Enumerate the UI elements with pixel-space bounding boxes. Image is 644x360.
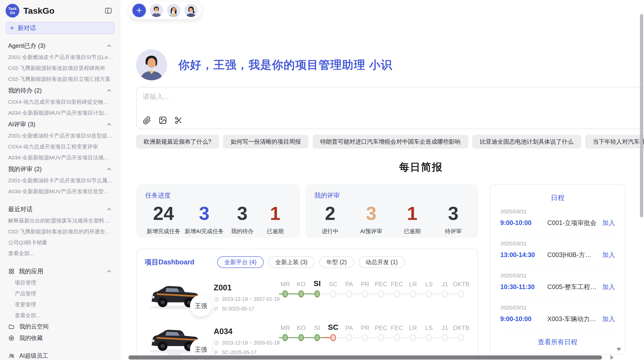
sidebar-section-header[interactable]: 我的评审 (2) [0,163,120,175]
attachment-icon[interactable] [143,116,151,125]
horizontal-scrollbar[interactable] [128,355,602,360]
project-row[interactable]: 王强A0342023-12-19 ~ 2026-01-19SC-2025-05-… [145,322,470,355]
suggestion-chip[interactable]: 当下年轻人对汽车外观有怎样的喜好趋势 [585,135,644,148]
milestone: KO [293,322,309,341]
join-meeting-link[interactable]: 加入 [602,219,615,227]
sidebar-item[interactable]: A034-全新新能源MUV产品开发项目法规符合性评审 [0,152,120,163]
milestone: SI [309,322,325,341]
join-meeting-link[interactable]: 加入 [602,315,615,323]
suggestion-chip[interactable]: 如何写一份清晰的项目周报 [223,135,309,148]
milestone-dot [346,334,352,341]
milestone-label: J1 [442,322,448,332]
join-meeting-link[interactable]: 加入 [602,283,615,291]
sidebar-item-favorites[interactable]: 我的收藏 [0,332,120,344]
dashboard-tab[interactable]: 动总开发 (1) [359,256,405,268]
recent-chat-item[interactable]: 查看全部... [0,248,120,259]
sidebar-section-header[interactable]: 我的待办 (2) [0,84,120,96]
stat-row: 2进行中3AI预评审1已逾期3待评审 [314,204,469,235]
sidebar-section-header-recent[interactable]: 最近对话 [0,203,120,215]
stat: 24新增完成任务 [147,204,180,235]
new-chat-button[interactable]: + 新对话 [6,22,115,34]
project-info: A0342023-12-19 ~ 2026-01-19SC-2025-05-17 [214,327,277,355]
recent-chat-item[interactable]: C02-飞腾新能源轻客改款项目的闭环通告反馈情况 [0,226,120,237]
image-icon[interactable] [158,116,167,125]
recent-chat-item[interactable]: 解释最新出台的欧盟报废车法规再生塑料比例被调至15%... [0,215,120,226]
briefing-header: 每日简报 [136,160,644,174]
briefing-left-column: 任务进度24新增完成任务3新增AI完成任务3我的待办1已逾期我的评审2进行中3A… [136,184,478,360]
app-item[interactable]: 项目管理 [0,277,120,288]
sidebar-item[interactable]: C0X4-动力总成开发项目SI里程碑提交物检查 [0,96,120,107]
sidebar-section-label: 我的待办 (2) [8,86,42,95]
milestone-row: MRKOSISCPAPRPECFECLRLSJ1OKTB [277,279,470,297]
sidebar-item[interactable]: A034-全新新能源MUV产品开发项目造型可行性评审 [0,186,120,197]
sidebar-section-label: 我的评审 (2) [8,165,42,173]
scissors-icon[interactable] [174,116,183,125]
vertical-scrollbar[interactable] [640,14,643,217]
milestone-dot [394,334,400,341]
milestone: PR [357,322,373,341]
milestone-date-text: SC-2025-05-17 [222,350,257,355]
milestone-label: PA [345,279,353,288]
date-range-text: 2023-12-19 ~ 2027-01-19 [222,296,280,302]
apps-grid-icon [8,268,15,275]
milestone: MR [277,322,293,341]
top-bar: 王强 [136,0,644,20]
suggestion-chip[interactable]: 比亚迪全固态电池计划具体说了什么 [472,135,581,148]
sidebar-section-header[interactable]: Agent已办 (3) [0,40,120,52]
milestone-dot [410,290,416,297]
contact-avatar-2[interactable] [167,4,180,17]
logo-line2: Go [10,11,15,15]
dashboard-tab[interactable]: 年型 (2) [319,256,354,268]
recent-chat-item[interactable]: 公司Q3轻卡销量 [0,237,120,248]
panel-collapse-icon[interactable] [103,6,113,16]
suggestion-chip[interactable]: 欧洲新规最近颁布了什么? [136,135,219,148]
sidebar-item[interactable]: C0X4-动力总成开发项目工程变更评审 [0,141,120,152]
join-meeting-link[interactable]: 加入 [602,251,615,259]
stat-card: 我的评审2进行中3AI预评审1已逾期3待评审 [305,184,478,238]
sidebar-item[interactable]: Z001-全新燃油轻卡产品开发项目SI节点属性5D文件评审 [0,175,120,186]
sidebar-link-label: 我的云空间 [19,323,49,331]
stat-label: 进行中 [322,228,339,235]
project-row[interactable]: 王强Z0012023-12-19 ~ 2027-01-19SI-2025-05-… [145,278,470,312]
chat-input[interactable] [142,92,644,111]
plus-icon: + [10,24,14,32]
horizontal-scrollbar-thumb[interactable] [128,355,602,359]
contact-avatar-1[interactable] [150,4,163,17]
cloud-space-icon [8,323,15,330]
dashboard-tab[interactable]: 全新上装 (3) [268,256,315,268]
sidebar-section-header-apps[interactable]: 我的应用 [0,265,120,277]
sidebar-item[interactable]: A034-全新新能源MUV产品开发项目计划变更表编写 [0,107,120,118]
chevron-up-icon [106,166,112,172]
milestone-label: MR [281,322,290,332]
sidebar-item-ai-staff[interactable]: AI超级员工 [0,350,120,360]
milestone: OKTB [453,322,470,341]
contact-avatar-3[interactable] [184,4,198,17]
suggestion-chip[interactable]: 特朗普可能对进口汽车增税会对中国车企造成哪些影响 [313,135,468,148]
chevron-up-icon [106,121,112,128]
project-date-range: 2023-12-19 ~ 2026-01-19 [214,340,277,346]
sidebar-item[interactable]: C02-飞腾新能源轻客改款项目里程碑画布 [0,63,120,73]
app-item[interactable]: 产品管理 [0,288,120,299]
sidebar-item[interactable]: C02-飞腾新能源轻客改款项目立项汇报方案 [0,73,120,84]
app-item[interactable]: 查看全部... [0,310,120,321]
scroll-right-arrow-icon[interactable] [610,355,614,360]
milestone-date-text: SI-2025-05-17 [222,306,254,312]
view-all-schedule-link[interactable]: 查看所有日程 [500,338,615,347]
sidebar-item[interactable]: Z001-全新燃油皮卡产品开发项目SI节点Lesson Learn报告 [0,52,120,63]
project-code: A034 [214,327,277,336]
app-item[interactable]: 变更管理 [0,299,120,310]
sidebar-item[interactable]: Z001-全新燃油轻卡产品开发项目SI造型提交物评审 [0,130,120,141]
schedule-item: 2025/03/119:00-10:00C001-立项审批会加入 [500,202,615,234]
stat-value: 1 [407,204,417,223]
stat-value: 3 [199,204,209,223]
dashboard-tab[interactable]: 全新平台 (4) [217,256,264,268]
milestone: J1 [437,279,453,297]
stat-value: 24 [153,204,174,223]
add-conversation-button[interactable] [133,4,146,17]
milestone-label: KO [297,279,306,288]
stat-label: 我的待办 [231,228,254,235]
sidebar-section-header[interactable]: AI评审 (3) [0,118,120,130]
scroll-down-arrow-icon[interactable] [617,348,621,351]
sidebar-item-cloud-space[interactable]: 我的云空间 [0,321,120,332]
stat-card-title: 任务进度 [145,191,291,200]
